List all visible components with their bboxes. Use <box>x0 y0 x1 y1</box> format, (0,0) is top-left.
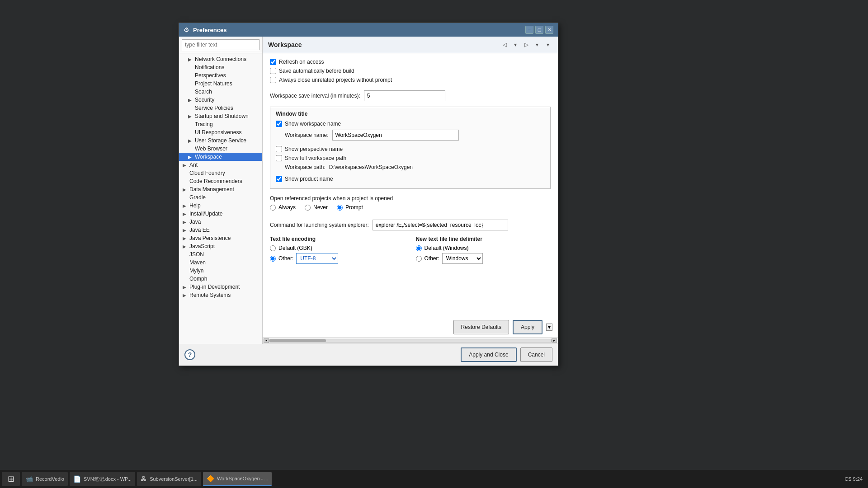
command-input[interactable] <box>373 220 508 230</box>
expand-icon-workspace: ▶ <box>188 155 193 160</box>
taskbar-item-workspace-oxygen[interactable]: 🔶WorkSpaceOxygen - ... <box>203 472 272 486</box>
show-product-row: Show product name <box>276 176 545 182</box>
maximize-button[interactable]: □ <box>535 26 543 34</box>
scroll-left-button[interactable]: ◂ <box>264 338 269 343</box>
tree-area: ▶Network ConnectionsNotificationsPerspec… <box>179 53 262 344</box>
dropdown-button[interactable]: ▾ <box>511 40 520 49</box>
scroll-right-button[interactable]: ▸ <box>552 338 557 343</box>
dialog-titlebar-left: ⚙ Preferences <box>184 26 226 33</box>
sidebar-item-install-update[interactable]: ▶Install/Update <box>179 210 262 218</box>
sidebar-label-startup-and-shutdown: Startup and Shutdown <box>195 113 249 119</box>
apply-and-close-button[interactable]: Apply and Close <box>461 347 516 362</box>
minimize-button[interactable]: − <box>525 26 533 34</box>
show-product-checkbox[interactable] <box>276 176 282 182</box>
delimiter-select[interactable]: Windows Unix Mac <box>442 253 483 264</box>
apply-dropdown-button[interactable]: ▾ <box>546 324 552 331</box>
sidebar-item-maven[interactable]: Maven <box>179 258 262 267</box>
expand-icon-install-update: ▶ <box>183 211 188 216</box>
sidebar-item-data-management[interactable]: ▶Data Management <box>179 185 262 193</box>
sidebar-label-help: Help <box>189 202 201 209</box>
sidebar-item-ui-responsiveness[interactable]: UI Responsiveness <box>179 128 262 136</box>
show-workspace-name-row: Show workspace name <box>276 121 545 127</box>
sidebar-item-oomph[interactable]: Oomph <box>179 275 262 283</box>
dialog-title: Preferences <box>193 27 226 33</box>
dropdown2-button[interactable]: ▾ <box>533 40 542 49</box>
workspace-name-row: Workspace name: <box>276 130 545 141</box>
delimiter-default-label: Default (Windows) <box>425 245 469 251</box>
scroll-track[interactable] <box>269 339 552 343</box>
sidebar-label-install-update: Install/Update <box>189 211 222 217</box>
apply-button[interactable]: Apply <box>513 320 542 334</box>
sidebar-item-javascript[interactable]: ▶JavaScript <box>179 242 262 250</box>
show-full-path-checkbox[interactable] <box>276 155 282 161</box>
sidebar-item-java-ee[interactable]: ▶Java EE <box>179 226 262 234</box>
sidebar-item-gradle[interactable]: Gradle <box>179 193 262 202</box>
right-header-icons: ◁ ▾ ▷ ▾ ▾ <box>500 40 552 49</box>
radio-always[interactable] <box>270 205 276 211</box>
sidebar-item-remote-systems[interactable]: ▶Remote Systems <box>179 291 262 299</box>
delimiter-other-radio[interactable] <box>416 256 422 262</box>
sidebar-item-user-storage-service[interactable]: ▶User Storage Service <box>179 136 262 145</box>
taskbar-item-record-vedio[interactable]: 📹RecordVedio <box>22 472 68 486</box>
sidebar-label-workspace: Workspace <box>195 154 222 160</box>
radio-never[interactable] <box>305 205 311 211</box>
filter-input[interactable] <box>182 39 259 50</box>
restore-defaults-button[interactable]: Restore Defaults <box>453 320 509 334</box>
sidebar-label-ant: Ant <box>189 162 198 168</box>
expand-icon-plug-in-development: ▶ <box>183 285 188 290</box>
encoding-default-label: Default (GBK) <box>278 245 312 251</box>
sidebar-item-cloud-foundry[interactable]: Cloud Foundry <box>179 169 262 177</box>
start-button[interactable]: ⊞ <box>2 472 20 486</box>
show-workspace-name-checkbox[interactable] <box>276 121 282 127</box>
always-close-checkbox[interactable] <box>270 77 276 83</box>
taskbar-item-svn-notes[interactable]: 📄SVN笔记.docx - WP... <box>70 472 135 486</box>
sidebar-item-help[interactable]: ▶Help <box>179 202 262 210</box>
sidebar-item-project-natures[interactable]: Project Natures <box>179 80 262 88</box>
sidebar-item-security[interactable]: ▶Security <box>179 96 262 104</box>
sidebar-item-notifications[interactable]: Notifications <box>179 63 262 71</box>
cancel-button[interactable]: Cancel <box>520 347 552 362</box>
show-perspective-row: Show perspective name <box>276 146 545 152</box>
forward-button[interactable]: ▷ <box>522 40 531 49</box>
sidebar-item-search[interactable]: Search <box>179 88 262 96</box>
sidebar-item-service-policies[interactable]: Service Policies <box>179 104 262 112</box>
encoding-other-radio[interactable] <box>270 256 276 262</box>
sidebar-item-network-connections[interactable]: ▶Network Connections <box>179 55 262 63</box>
sidebar-item-java[interactable]: ▶Java <box>179 218 262 226</box>
sidebar-item-json[interactable]: JSON <box>179 250 262 258</box>
delimiter-default-radio[interactable] <box>416 245 422 251</box>
workspace-name-label: Workspace name: <box>285 132 329 138</box>
delimiter-other-label: Other: <box>425 255 439 262</box>
sidebar-item-web-browser[interactable]: Web Browser <box>179 145 262 153</box>
sidebar-item-startup-and-shutdown[interactable]: ▶Startup and Shutdown <box>179 112 262 120</box>
sidebar-item-perspectives[interactable]: Perspectives <box>179 71 262 80</box>
radio-prompt[interactable] <box>337 205 343 211</box>
back-button[interactable]: ◁ <box>500 40 509 49</box>
save-auto-checkbox[interactable] <box>270 68 276 74</box>
sidebar-item-code-recommenders[interactable]: Code Recommenders <box>179 177 262 185</box>
close-dialog-button[interactable]: ✕ <box>545 26 553 34</box>
workspace-name-input[interactable] <box>332 130 459 141</box>
sidebar-label-notifications: Notifications <box>195 64 224 70</box>
scroll-thumb[interactable] <box>269 339 326 342</box>
line-delimiter-section: New text file line delimiter Default (Wi… <box>416 236 551 266</box>
more-button[interactable]: ▾ <box>543 40 552 49</box>
save-auto-label: Save automatically before build <box>279 68 354 74</box>
show-perspective-checkbox[interactable] <box>276 146 282 152</box>
sidebar-item-mylyn[interactable]: Mylyn <box>179 267 262 275</box>
sidebar-item-java-persistence[interactable]: ▶Java Persistence <box>179 234 262 242</box>
sidebar-label-web-browser: Web Browser <box>195 145 227 152</box>
sidebar-item-plug-in-development[interactable]: ▶Plug-in Development <box>179 283 262 291</box>
sidebar-item-workspace[interactable]: ▶Workspace <box>179 153 262 161</box>
horizontal-scrollbar[interactable]: ◂ ▸ <box>263 338 558 344</box>
show-full-path-label: Show full workspace path <box>285 155 346 161</box>
encoding-default-radio[interactable] <box>270 245 276 251</box>
encoding-select[interactable]: UTF-8 GBK ISO-8859-1 <box>296 253 338 264</box>
taskbar-item-subversion-server[interactable]: 🖧SubversionServer[1... <box>137 472 201 486</box>
sidebar-item-ant[interactable]: ▶Ant <box>179 161 262 169</box>
help-button[interactable]: ? <box>184 349 195 360</box>
sidebar-item-tracing[interactable]: Tracing <box>179 120 262 128</box>
save-interval-input[interactable] <box>364 90 445 101</box>
taskbar-label-subversion-server: SubversionServer[1... <box>150 476 198 482</box>
refresh-on-access-checkbox[interactable] <box>270 59 276 65</box>
